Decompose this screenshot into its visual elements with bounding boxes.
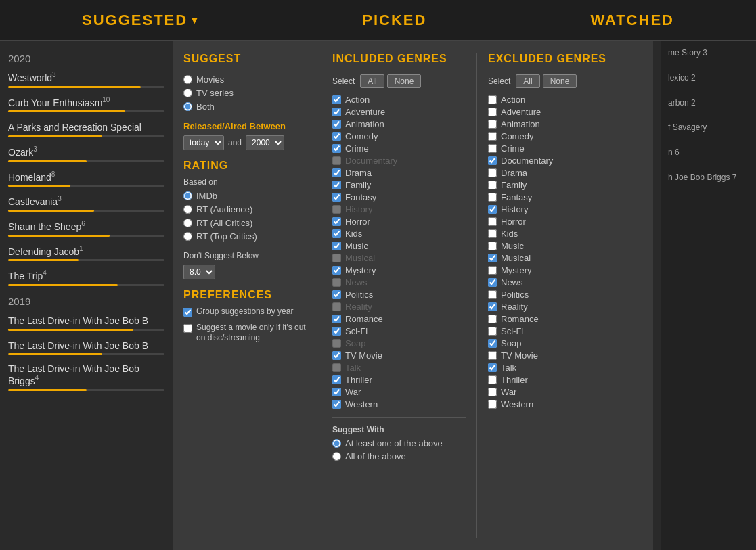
suggest-with-atleast-input[interactable] <box>332 439 341 448</box>
list-item[interactable]: Ozark3 <box>0 141 173 166</box>
excluded-genre-item[interactable]: Romance <box>488 314 622 324</box>
list-item[interactable]: The Last Drive-in With Joe Bob B <box>0 310 173 335</box>
list-item[interactable]: The Last Drive-in With Joe Bob B <box>0 335 173 360</box>
excluded-genre-checkbox[interactable] <box>488 181 497 189</box>
list-item[interactable]: The Last Drive-in With Joe Bob Briggs4 <box>0 359 173 395</box>
excluded-genre-checkbox[interactable] <box>488 95 497 104</box>
excluded-genre-checkbox[interactable] <box>488 108 497 116</box>
included-genre-checkbox[interactable] <box>332 95 341 104</box>
included-genre-item[interactable]: Mystery <box>332 265 466 275</box>
included-genre-checkbox[interactable] <box>332 168 341 177</box>
excluded-genre-checkbox[interactable] <box>488 120 497 129</box>
radio-both[interactable]: Both <box>183 101 310 112</box>
included-genre-item[interactable]: Family <box>332 180 466 190</box>
radio-tv[interactable]: TV series <box>183 88 310 98</box>
included-genre-checkbox[interactable] <box>332 290 341 299</box>
radio-rt-top[interactable]: RT (Top Critics) <box>183 231 310 242</box>
excluded-genre-item[interactable]: War <box>488 387 622 397</box>
excluded-genre-checkbox[interactable] <box>488 193 497 202</box>
excluded-genre-item[interactable]: Thriller <box>488 375 622 385</box>
pref-group-checkbox[interactable]: Group suggestions by year <box>183 306 310 317</box>
radio-movies[interactable]: Movies <box>183 74 310 85</box>
excluded-genre-item[interactable]: TV Movie <box>488 350 622 361</box>
excluded-genre-checkbox[interactable] <box>488 278 497 287</box>
excluded-genre-checkbox[interactable] <box>488 302 497 311</box>
excluded-genre-checkbox[interactable] <box>488 363 497 372</box>
excluded-genre-item[interactable]: Music <box>488 241 622 251</box>
suggest-with-atleast[interactable]: At least one of the above <box>332 438 466 449</box>
excluded-genre-checkbox[interactable] <box>488 290 497 299</box>
date-to-select[interactable]: 2000 <box>246 135 284 150</box>
excluded-genre-checkbox[interactable] <box>488 375 497 384</box>
included-genre-checkbox[interactable] <box>332 132 341 141</box>
included-genre-checkbox[interactable] <box>332 375 341 384</box>
excluded-genre-item[interactable]: Sci-Fi <box>488 326 622 336</box>
included-none-button[interactable]: None <box>387 74 422 88</box>
excluded-genre-item[interactable]: Fantasy <box>488 192 622 202</box>
list-item[interactable]: A Parks and Recreation Special <box>0 116 173 141</box>
pref-disc-input[interactable] <box>183 324 192 333</box>
radio-rt-top-input[interactable] <box>183 232 192 241</box>
included-genre-item[interactable]: Animation <box>332 119 466 129</box>
included-genre-checkbox[interactable] <box>332 217 341 226</box>
nav-suggested[interactable]: SUGGESTED ▾ <box>82 12 198 29</box>
excluded-genre-checkbox[interactable] <box>488 327 497 336</box>
nav-picked[interactable]: PICKED <box>362 12 426 29</box>
included-genre-checkbox[interactable] <box>332 351 341 360</box>
included-genre-checkbox[interactable] <box>332 242 341 250</box>
excluded-genre-item[interactable]: Family <box>488 180 622 190</box>
pref-group-input[interactable] <box>183 308 192 317</box>
included-genre-item[interactable]: Drama <box>332 168 466 178</box>
included-genre-item[interactable]: War <box>332 387 466 397</box>
list-item[interactable]: Westworld3 <box>0 67 173 92</box>
pref-disc-checkbox[interactable]: Suggest a movie only if it's out on disc… <box>183 323 310 344</box>
excluded-genre-item[interactable]: Action <box>488 95 622 105</box>
list-item[interactable]: Defending Jacob1 <box>0 241 173 266</box>
included-genre-checkbox[interactable] <box>332 315 341 323</box>
radio-rt-all-input[interactable] <box>183 219 192 227</box>
included-genre-item[interactable]: Sci-Fi <box>332 326 466 336</box>
excluded-genre-item[interactable]: Mystery <box>488 265 622 275</box>
included-genre-item[interactable]: Kids <box>332 229 466 239</box>
excluded-genre-checkbox[interactable] <box>488 351 497 360</box>
excluded-genre-checkbox[interactable] <box>488 168 497 177</box>
included-genre-checkbox[interactable] <box>332 327 341 336</box>
suggest-with-all[interactable]: All of the above <box>332 451 466 461</box>
nav-watched[interactable]: WATCHED <box>590 12 674 29</box>
rating-value-select[interactable]: 8.0 7.0 9.0 <box>183 265 215 279</box>
list-item[interactable]: Curb Your Enthusiasm10 <box>0 92 173 117</box>
included-all-button[interactable]: All <box>360 74 384 88</box>
excluded-genre-item[interactable]: Comedy <box>488 131 622 141</box>
excluded-genre-item[interactable]: Soap <box>488 338 622 348</box>
date-from-select[interactable]: today <box>183 135 224 150</box>
excluded-genre-item[interactable]: Adventure <box>488 107 622 117</box>
radio-imdb-input[interactable] <box>183 191 192 200</box>
excluded-genre-checkbox[interactable] <box>488 315 497 323</box>
list-item[interactable]: Shaun the Sheep6 <box>0 216 173 241</box>
excluded-genre-checkbox[interactable] <box>488 229 497 238</box>
included-genre-item[interactable]: Adventure <box>332 107 466 117</box>
excluded-genre-item[interactable]: Politics <box>488 290 622 300</box>
included-genre-item[interactable]: TV Movie <box>332 350 466 361</box>
included-genre-checkbox[interactable] <box>332 400 341 409</box>
excluded-genre-item[interactable]: Crime <box>488 143 622 154</box>
excluded-genre-checkbox[interactable] <box>488 339 497 348</box>
suggest-with-all-input[interactable] <box>332 452 341 461</box>
included-genre-checkbox[interactable] <box>332 120 341 129</box>
included-genre-item[interactable]: Music <box>332 241 466 251</box>
radio-imdb[interactable]: IMDb <box>183 191 310 201</box>
excluded-all-button[interactable]: All <box>516 74 539 88</box>
excluded-genre-item[interactable]: Talk <box>488 363 622 373</box>
excluded-genre-item[interactable]: Kids <box>488 229 622 239</box>
excluded-genre-checkbox[interactable] <box>488 254 497 262</box>
excluded-genre-item[interactable]: Musical <box>488 253 622 263</box>
included-genre-checkbox[interactable] <box>332 388 341 396</box>
radio-rt-audience[interactable]: RT (Audience) <box>183 204 310 214</box>
radio-movies-input[interactable] <box>183 75 192 84</box>
excluded-genre-checkbox[interactable] <box>488 388 497 396</box>
excluded-genre-checkbox[interactable] <box>488 156 497 165</box>
list-item[interactable]: Castlevania3 <box>0 191 173 216</box>
radio-rt-all[interactable]: RT (All Critics) <box>183 218 310 228</box>
included-genre-item[interactable]: Action <box>332 95 466 105</box>
included-genre-checkbox[interactable] <box>332 229 341 238</box>
